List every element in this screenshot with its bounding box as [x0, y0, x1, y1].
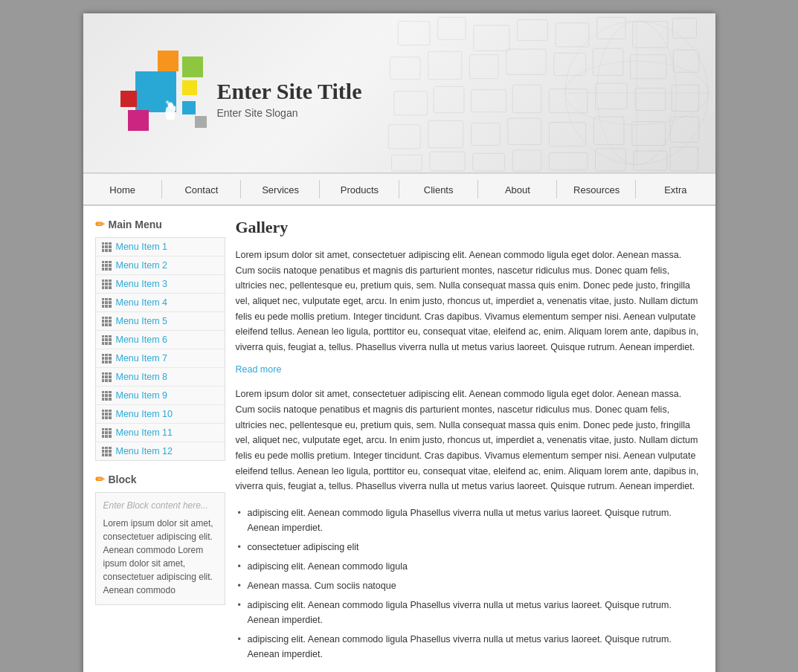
svg-rect-16 — [394, 91, 428, 115]
svg-rect-35 — [512, 150, 541, 171]
nav-link-products[interactable]: Products — [332, 174, 387, 204]
site-slogan: Enter Site Slogan — [217, 107, 362, 119]
menu-item[interactable]: Menu Item 10 — [96, 405, 225, 424]
svg-rect-11 — [506, 49, 547, 74]
menu-item[interactable]: Menu Item 1 — [96, 238, 225, 256]
nav-link-services[interactable]: Services — [253, 174, 308, 204]
svg-rect-36 — [549, 152, 587, 170]
svg-rect-10 — [469, 55, 498, 79]
nav-item-resources[interactable]: Resources — [557, 174, 636, 204]
grid-icon — [102, 280, 112, 289]
svg-rect-5 — [597, 17, 626, 39]
svg-rect-3 — [518, 20, 548, 41]
nav-item-services[interactable]: Services — [241, 174, 320, 204]
menu-item[interactable]: Menu Item 12 — [96, 442, 225, 460]
menu-item-link[interactable]: Menu Item 2 — [116, 260, 167, 271]
svg-rect-9 — [428, 51, 462, 79]
content-area: ✏ Main Menu Menu Item 1Menu Item 2Menu I… — [83, 206, 715, 672]
logo-sq-orange — [158, 51, 178, 71]
grid-icon — [102, 391, 112, 401]
svg-rect-6 — [633, 22, 668, 48]
menu-item-link[interactable]: Menu Item 7 — [116, 353, 167, 364]
logo-sq-pink — [128, 110, 149, 131]
logo-sq-green — [182, 56, 203, 77]
menu-item[interactable]: Menu Item 9 — [96, 387, 225, 405]
menu-item[interactable]: Menu Item 6 — [96, 331, 225, 349]
grid-icon — [102, 447, 112, 456]
list-item: consectetuer adipiscing elit — [236, 537, 704, 557]
nav-link-extra[interactable]: Extra — [655, 174, 695, 204]
nav-item-products[interactable]: Products — [320, 174, 399, 204]
menu-item-link[interactable]: Menu Item 10 — [116, 409, 173, 419]
nav-item-extra[interactable]: Extra — [636, 174, 715, 204]
block-title: ✏ Block — [95, 473, 225, 486]
menu-item[interactable]: Menu Item 11 — [96, 424, 225, 442]
nav-link-home[interactable]: Home — [100, 174, 144, 204]
nav-link-about[interactable]: About — [496, 174, 539, 204]
menu-item[interactable]: Menu Item 7 — [96, 349, 225, 368]
header-logo: Enter Site Title Enter Site Slogan — [120, 51, 362, 147]
menu-item[interactable]: Menu Item 5 — [96, 312, 225, 331]
header-decoration — [367, 13, 715, 172]
menu-item[interactable]: Menu Item 2 — [96, 256, 225, 275]
grid-icon — [102, 354, 112, 364]
grid-icon — [102, 261, 112, 271]
block-pencil-icon: ✏ — [95, 473, 105, 486]
menu-item-link[interactable]: Menu Item 6 — [116, 335, 167, 345]
svg-rect-25 — [428, 120, 463, 147]
menu-item-link[interactable]: Menu Item 12 — [116, 446, 173, 456]
nav-item-about[interactable]: About — [478, 174, 557, 204]
main-content: Gallery Lorem ipsum dolor sit amet, cons… — [236, 218, 704, 664]
grid-icon — [102, 298, 112, 308]
svg-rect-22 — [635, 88, 666, 111]
svg-rect-19 — [512, 85, 541, 112]
read-more-link[interactable]: Read more — [236, 364, 282, 375]
site-title: Enter Site Title — [217, 79, 362, 104]
page-wrapper: Enter Site Title Enter Site Slogan HomeC… — [83, 13, 715, 672]
nav-item-home[interactable]: Home — [83, 174, 162, 204]
logo-icon — [120, 51, 206, 147]
svg-rect-32 — [392, 155, 422, 170]
menu-item-link[interactable]: Menu Item 5 — [116, 316, 167, 326]
block-lorem-text: Lorem ipsum dolor sit amet, consectetuer… — [103, 517, 217, 597]
menu-item-link[interactable]: Menu Item 1 — [116, 242, 167, 252]
svg-rect-24 — [388, 125, 420, 149]
list-item: adipiscing elit. Aenean commodo ligula P… — [236, 503, 704, 537]
svg-rect-33 — [430, 152, 465, 171]
grid-icon — [102, 428, 112, 438]
logo-sq-teal — [182, 101, 196, 114]
nav-item-clients[interactable]: Clients — [399, 174, 478, 204]
svg-rect-26 — [472, 123, 501, 146]
menu-item[interactable]: Menu Item 3 — [96, 275, 225, 294]
svg-rect-0 — [398, 22, 430, 45]
block-enter-text: Enter Block content here... — [103, 500, 217, 511]
header: Enter Site Title Enter Site Slogan — [83, 13, 715, 173]
menu-item-link[interactable]: Menu Item 3 — [116, 279, 167, 289]
svg-rect-4 — [556, 23, 589, 47]
svg-rect-31 — [670, 117, 699, 142]
svg-rect-17 — [434, 86, 464, 112]
nav-link-contact[interactable]: Contact — [176, 174, 227, 204]
nav-link-clients[interactable]: Clients — [415, 174, 463, 204]
logo-sq-yellow — [182, 80, 197, 95]
pencil-icon: ✏ — [95, 218, 105, 231]
menu-item-link[interactable]: Menu Item 4 — [116, 297, 167, 308]
nav-link-resources[interactable]: Resources — [564, 174, 628, 204]
menu-item-link[interactable]: Menu Item 8 — [116, 372, 167, 382]
main-paragraph-1: Lorem ipsum dolor sit amet, consectetuer… — [236, 248, 704, 355]
svg-rect-34 — [473, 153, 505, 171]
menu-item-link[interactable]: Menu Item 11 — [116, 427, 173, 438]
menu-item[interactable]: Menu Item 4 — [96, 294, 225, 312]
list-item: adipiscing elit. Aenean commodo ligula — [236, 557, 704, 576]
logo-sq-gray — [195, 116, 207, 128]
nav-item-contact[interactable]: Contact — [162, 174, 241, 204]
svg-rect-12 — [554, 54, 586, 76]
menu-item-link[interactable]: Menu Item 9 — [116, 390, 167, 401]
svg-rect-29 — [593, 117, 624, 144]
svg-rect-18 — [472, 90, 506, 112]
svg-rect-39 — [670, 147, 698, 171]
menu-item[interactable]: Menu Item 8 — [96, 368, 225, 387]
logo-sq-red — [120, 91, 137, 107]
page-title: Gallery — [236, 218, 704, 237]
svg-rect-8 — [390, 57, 420, 80]
